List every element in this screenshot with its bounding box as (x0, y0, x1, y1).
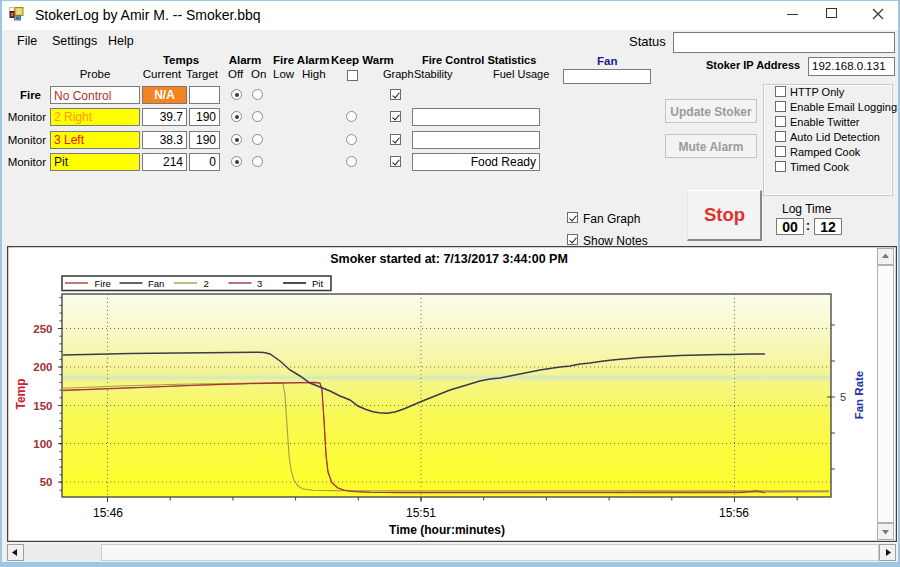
svg-text:15:46: 15:46 (93, 506, 123, 520)
svg-text:Fan: Fan (148, 278, 164, 289)
svg-text:3: 3 (257, 278, 262, 289)
svg-text:250: 250 (33, 323, 52, 335)
svg-text:100: 100 (33, 438, 52, 450)
svg-text:Smoker started at: 7/13/2017 3: Smoker started at: 7/13/2017 3:44:00 PM (330, 252, 568, 266)
svg-text:Fan Rate: Fan Rate (853, 371, 865, 420)
svg-text:Temp: Temp (14, 378, 28, 409)
svg-text:5: 5 (840, 391, 846, 403)
svg-text:200: 200 (33, 361, 52, 373)
svg-text:Fire: Fire (95, 278, 111, 289)
svg-text:15:56: 15:56 (719, 506, 749, 520)
svg-text:Pit: Pit (312, 278, 323, 289)
svg-text:50: 50 (40, 476, 53, 488)
svg-text:150: 150 (33, 400, 52, 412)
svg-text:Time (hour:minutes): Time (hour:minutes) (389, 523, 505, 537)
svg-text:15:51: 15:51 (406, 506, 436, 520)
svg-text:2: 2 (204, 278, 209, 289)
